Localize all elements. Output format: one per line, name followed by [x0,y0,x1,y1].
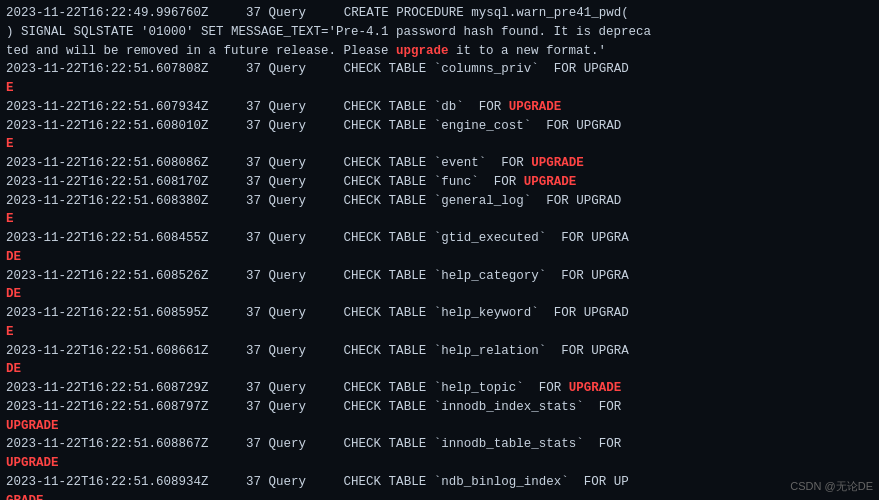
thread-4: 37 [246,119,261,133]
upgrade-12: UPGRADE [569,381,622,395]
upgrade-4: E [6,135,873,154]
log-line-8: 2023-11-22T16:22:51.608455Z 37 Query CHE… [6,229,873,248]
thread-13: 37 [246,400,261,414]
type-4: Query [269,119,307,133]
log-line-1b: ) SIGNAL SQLSTATE '01000' SET MESSAGE_TE… [6,23,873,42]
thread-7: 37 [246,194,261,208]
watermark: CSDN @无论DE [790,479,873,494]
type-15: Query [269,475,307,489]
timestamp-10: 2023-11-22T16:22:51.608595Z [6,306,209,320]
thread-2: 37 [246,62,261,76]
log-line-10: 2023-11-22T16:22:51.608595Z 37 Query CHE… [6,304,873,323]
type-3: Query [269,100,307,114]
log-line-1: 2023-11-22T16:22:49.996760Z 37 Query CRE… [6,4,873,23]
log-line-6: 2023-11-22T16:22:51.608170Z 37 Query CHE… [6,173,873,192]
upgrade-6: UPGRADE [524,175,577,189]
type-8: Query [269,231,307,245]
thread-9: 37 [246,269,261,283]
timestamp-11: 2023-11-22T16:22:51.608661Z [6,344,209,358]
log-line-11: 2023-11-22T16:22:51.608661Z 37 Query CHE… [6,342,873,361]
timestamp-7: 2023-11-22T16:22:51.608380Z [6,194,209,208]
log-container: 2023-11-22T16:22:49.996760Z 37 Query CRE… [0,0,879,500]
timestamp-2: 2023-11-22T16:22:51.607808Z [6,62,209,76]
upgrade-11: DE [6,360,873,379]
log-line-5: 2023-11-22T16:22:51.608086Z 37 Query CHE… [6,154,873,173]
upgrade-13: UPGRADE [6,417,873,436]
type-6: Query [269,175,307,189]
thread-1: 37 [246,6,261,20]
log-line-12: 2023-11-22T16:22:51.608729Z 37 Query CHE… [6,379,873,398]
type-1: Query [269,6,307,20]
timestamp-3: 2023-11-22T16:22:51.607934Z [6,100,209,114]
log-line-7: 2023-11-22T16:22:51.608380Z 37 Query CHE… [6,192,873,211]
type-10: Query [269,306,307,320]
upgrade-15: GRADE [6,492,873,501]
thread-11: 37 [246,344,261,358]
thread-3: 37 [246,100,261,114]
upgrade-highlight-1: upgrade [396,44,449,58]
type-11: Query [269,344,307,358]
log-line-2: 2023-11-22T16:22:51.607808Z 37 Query CHE… [6,60,873,79]
type-13: Query [269,400,307,414]
thread-6: 37 [246,175,261,189]
type-7: Query [269,194,307,208]
timestamp-9: 2023-11-22T16:22:51.608526Z [6,269,209,283]
timestamp-6: 2023-11-22T16:22:51.608170Z [6,175,209,189]
timestamp-13: 2023-11-22T16:22:51.608797Z [6,400,209,414]
upgrade-10: E [6,323,873,342]
upgrade-8: DE [6,248,873,267]
upgrade-3: UPGRADE [509,100,562,114]
timestamp-12: 2023-11-22T16:22:51.608729Z [6,381,209,395]
log-line-3: 2023-11-22T16:22:51.607934Z 37 Query CHE… [6,98,873,117]
log-line-14: 2023-11-22T16:22:51.608867Z 37 Query CHE… [6,435,873,454]
timestamp-5: 2023-11-22T16:22:51.608086Z [6,156,209,170]
type-2: Query [269,62,307,76]
upgrade-5: UPGRADE [531,156,584,170]
thread-12: 37 [246,381,261,395]
timestamp-14: 2023-11-22T16:22:51.608867Z [6,437,209,451]
log-line-4: 2023-11-22T16:22:51.608010Z 37 Query CHE… [6,117,873,136]
type-12: Query [269,381,307,395]
thread-14: 37 [246,437,261,451]
timestamp-15: 2023-11-22T16:22:51.608934Z [6,475,209,489]
log-line-15: 2023-11-22T16:22:51.608934Z 37 Query CHE… [6,473,873,492]
command-1: CREATE PROCEDURE mysql.warn_pre41_pwd( [344,6,629,20]
thread-10: 37 [246,306,261,320]
thread-5: 37 [246,156,261,170]
log-line-9: 2023-11-22T16:22:51.608526Z 37 Query CHE… [6,267,873,286]
log-line-1c: ted and will be removed in a future rele… [6,42,873,61]
upgrade-14: UPGRADE [6,454,873,473]
timestamp-4: 2023-11-22T16:22:51.608010Z [6,119,209,133]
type-9: Query [269,269,307,283]
thread-15: 37 [246,475,261,489]
type-5: Query [269,156,307,170]
upgrade-9: DE [6,285,873,304]
timestamp-1: 2023-11-22T16:22:49.996760Z [6,6,209,20]
log-line-13: 2023-11-22T16:22:51.608797Z 37 Query CHE… [6,398,873,417]
type-14: Query [269,437,307,451]
timestamp-8: 2023-11-22T16:22:51.608455Z [6,231,209,245]
upgrade-2: E [6,79,873,98]
thread-8: 37 [246,231,261,245]
upgrade-7: E [6,210,873,229]
